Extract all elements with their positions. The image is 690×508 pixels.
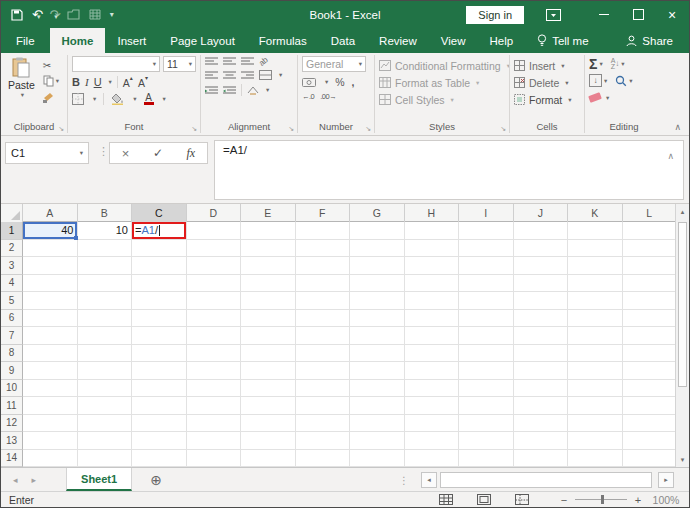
cell-K14[interactable] xyxy=(568,450,623,468)
cell-I9[interactable] xyxy=(459,362,514,380)
cell-A1[interactable]: 40 xyxy=(23,222,78,240)
cell-H10[interactable] xyxy=(405,380,460,398)
clear-button[interactable]: ▾ xyxy=(589,94,609,102)
scroll-right-icon[interactable]: ▸ xyxy=(658,472,674,488)
tab-data[interactable]: Data xyxy=(319,28,367,53)
page-break-view-button[interactable] xyxy=(503,494,541,505)
cell-B1[interactable]: 10 xyxy=(78,222,133,240)
cell-E10[interactable] xyxy=(241,380,296,398)
cell-K5[interactable] xyxy=(568,292,623,310)
cell-C10[interactable] xyxy=(132,380,187,398)
cell-E12[interactable] xyxy=(241,415,296,433)
align-middle-icon[interactable] xyxy=(223,57,236,66)
cell-J4[interactable] xyxy=(514,275,569,293)
select-all-corner[interactable] xyxy=(1,204,23,222)
zoom-slider[interactable]: − + xyxy=(559,494,643,506)
accounting-dropdown-icon[interactable]: ▾ xyxy=(325,78,328,86)
cell-E13[interactable] xyxy=(241,432,296,450)
cell-E3[interactable] xyxy=(241,257,296,275)
cell-I11[interactable] xyxy=(459,397,514,415)
font-name-combobox[interactable]: ▾ xyxy=(72,56,160,72)
cell-K9[interactable] xyxy=(568,362,623,380)
column-header-E[interactable]: E xyxy=(241,204,296,222)
cell-D2[interactable] xyxy=(187,240,242,258)
cell-H12[interactable] xyxy=(405,415,460,433)
new-sheet-button[interactable]: ⊕ xyxy=(150,468,162,491)
horizontal-scrollbar-thumb[interactable] xyxy=(440,472,652,488)
next-sheet-icon[interactable]: ▸ xyxy=(32,475,37,485)
cell-L10[interactable] xyxy=(623,380,678,398)
cell-B4[interactable] xyxy=(78,275,133,293)
share-button[interactable]: Share xyxy=(614,28,689,53)
cell-E1[interactable] xyxy=(241,222,296,240)
cell-I13[interactable] xyxy=(459,432,514,450)
row-header-5[interactable]: 5 xyxy=(1,292,23,310)
cell-J13[interactable] xyxy=(514,432,569,450)
cell-C14[interactable] xyxy=(132,450,187,468)
percent-style-button[interactable]: % xyxy=(335,76,344,88)
row-header-12[interactable]: 12 xyxy=(1,415,23,433)
format-cells-button[interactable]: Format ▾ xyxy=(514,92,580,107)
scroll-left-icon[interactable]: ◂ xyxy=(421,472,437,488)
number-dialog-launcher[interactable]: ↘ xyxy=(365,125,371,132)
cell-H8[interactable] xyxy=(405,345,460,363)
ribbon-display-options-icon[interactable] xyxy=(546,9,561,21)
cell-E6[interactable] xyxy=(241,310,296,328)
align-top-icon[interactable] xyxy=(205,57,218,66)
cell-A11[interactable] xyxy=(23,397,78,415)
row-header-10[interactable]: 10 xyxy=(1,380,23,398)
cell-C11[interactable] xyxy=(132,397,187,415)
row-header-7[interactable]: 7 xyxy=(1,327,23,345)
cell-L6[interactable] xyxy=(623,310,678,328)
cell-F11[interactable] xyxy=(296,397,351,415)
cell-C3[interactable] xyxy=(132,257,187,275)
name-box[interactable]: C1 ▾ xyxy=(5,142,89,164)
cell-F5[interactable] xyxy=(296,292,351,310)
sort-filter-button[interactable]: AZ↓▾ xyxy=(611,58,625,70)
wrap-dropdown-icon[interactable]: ▾ xyxy=(266,86,269,94)
cell-L1[interactable] xyxy=(623,222,678,240)
cell-C13[interactable] xyxy=(132,432,187,450)
zoom-level[interactable]: 100% xyxy=(643,494,689,506)
cell-D11[interactable] xyxy=(187,397,242,415)
cell-K4[interactable] xyxy=(568,275,623,293)
cell-I2[interactable] xyxy=(459,240,514,258)
clipboard-dialog-launcher[interactable]: ↘ xyxy=(58,125,64,132)
cell-J12[interactable] xyxy=(514,415,569,433)
cell-I7[interactable] xyxy=(459,327,514,345)
row-header-8[interactable]: 8 xyxy=(1,345,23,363)
cell-I3[interactable] xyxy=(459,257,514,275)
cell-C2[interactable] xyxy=(132,240,187,258)
column-header-I[interactable]: I xyxy=(459,204,514,222)
cell-E11[interactable] xyxy=(241,397,296,415)
vertical-scrollbar[interactable]: ▴ ▾ xyxy=(675,204,689,467)
copy-button[interactable]: ▾ xyxy=(43,75,59,87)
cell-J6[interactable] xyxy=(514,310,569,328)
styles-dialog-launcher[interactable]: ↘ xyxy=(500,125,506,132)
increase-indent-icon[interactable] xyxy=(223,86,236,95)
cell-A10[interactable] xyxy=(23,380,78,398)
open-icon[interactable] xyxy=(67,9,80,20)
cell-A5[interactable] xyxy=(23,292,78,310)
page-layout-view-button[interactable] xyxy=(465,494,503,505)
row-header-3[interactable]: 3 xyxy=(1,257,23,275)
cell-L12[interactable] xyxy=(623,415,678,433)
cell-B3[interactable] xyxy=(78,257,133,275)
row-header-6[interactable]: 6 xyxy=(1,310,23,328)
cell-H5[interactable] xyxy=(405,292,460,310)
cell-B7[interactable] xyxy=(78,327,133,345)
decrease-font-button[interactable]: A▾ xyxy=(138,76,148,89)
cell-H2[interactable] xyxy=(405,240,460,258)
minimize-button[interactable] xyxy=(587,1,621,28)
cell-K11[interactable] xyxy=(568,397,623,415)
cell-C4[interactable] xyxy=(132,275,187,293)
cell-J14[interactable] xyxy=(514,450,569,468)
cell-E4[interactable] xyxy=(241,275,296,293)
cell-F12[interactable] xyxy=(296,415,351,433)
scroll-down-icon[interactable]: ▾ xyxy=(676,452,689,467)
font-color-button[interactable]: A xyxy=(144,93,154,105)
cell-G12[interactable] xyxy=(350,415,405,433)
cell-F10[interactable] xyxy=(296,380,351,398)
cell-E7[interactable] xyxy=(241,327,296,345)
cell-B8[interactable] xyxy=(78,345,133,363)
